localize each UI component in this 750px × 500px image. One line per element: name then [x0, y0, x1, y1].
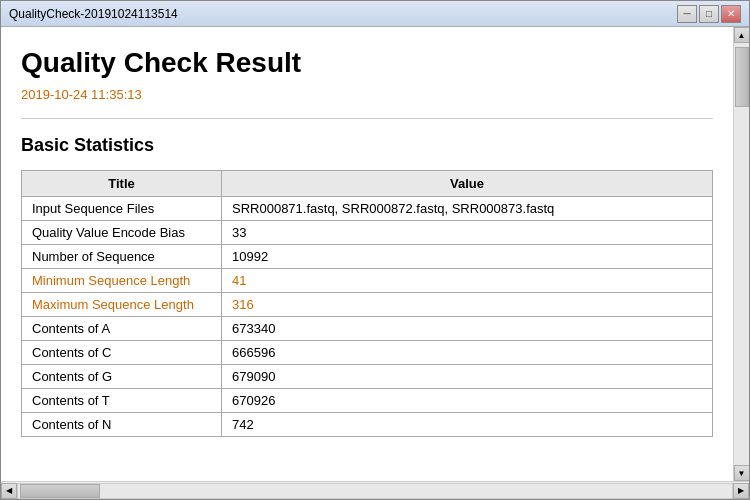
- col-header-value: Value: [222, 171, 713, 197]
- table-row: Maximum Sequence Length316: [22, 293, 713, 317]
- table-cell-value: 742: [222, 413, 713, 437]
- horizontal-scrollbar[interactable]: [17, 483, 733, 499]
- window-body: Quality Check Result 2019-10-24 11:35:13…: [1, 27, 749, 481]
- table-row: Minimum Sequence Length41: [22, 269, 713, 293]
- minimize-button[interactable]: ─: [677, 5, 697, 23]
- table-cell-value: SRR000871.fastq, SRR000872.fastq, SRR000…: [222, 197, 713, 221]
- table-cell-label: Input Sequence Files: [22, 197, 222, 221]
- maximize-button[interactable]: □: [699, 5, 719, 23]
- table-cell-value: 679090: [222, 365, 713, 389]
- table-cell-value: 673340: [222, 317, 713, 341]
- table-row: Contents of G679090: [22, 365, 713, 389]
- table-row: Input Sequence FilesSRR000871.fastq, SRR…: [22, 197, 713, 221]
- table-cell-value: 10992: [222, 245, 713, 269]
- timestamp: 2019-10-24 11:35:13: [21, 87, 713, 102]
- table-cell-label: Contents of C: [22, 341, 222, 365]
- scroll-up-button[interactable]: ▲: [734, 27, 750, 43]
- title-bar: QualityCheck-20191024113514 ─ □ ✕: [1, 1, 749, 27]
- table-cell-value: 33: [222, 221, 713, 245]
- table-row: Contents of T670926: [22, 389, 713, 413]
- table-cell-label: Contents of G: [22, 365, 222, 389]
- scroll-thumb[interactable]: [735, 47, 749, 107]
- bottom-area: ◀ ▶: [1, 481, 749, 499]
- table-row: Number of Sequence10992: [22, 245, 713, 269]
- col-header-title: Title: [22, 171, 222, 197]
- content-area[interactable]: Quality Check Result 2019-10-24 11:35:13…: [1, 27, 733, 481]
- table-cell-label: Contents of A: [22, 317, 222, 341]
- table-row: Contents of N742: [22, 413, 713, 437]
- table-row: Contents of A673340: [22, 317, 713, 341]
- table-row: Contents of C666596: [22, 341, 713, 365]
- scroll-track[interactable]: [734, 43, 749, 465]
- vertical-scrollbar[interactable]: ▲ ▼: [733, 27, 749, 481]
- table-cell-value: 316: [222, 293, 713, 317]
- stats-table: Title Value Input Sequence FilesSRR00087…: [21, 170, 713, 437]
- page-title: Quality Check Result: [21, 47, 713, 79]
- divider: [21, 118, 713, 119]
- h-scroll-thumb[interactable]: [20, 484, 100, 498]
- window-title: QualityCheck-20191024113514: [9, 7, 178, 21]
- main-window: QualityCheck-20191024113514 ─ □ ✕ Qualit…: [0, 0, 750, 500]
- table-cell-label: Contents of N: [22, 413, 222, 437]
- table-cell-label: Minimum Sequence Length: [22, 269, 222, 293]
- table-row: Quality Value Encode Bias33: [22, 221, 713, 245]
- scroll-left-button[interactable]: ◀: [1, 483, 17, 499]
- scroll-right-button[interactable]: ▶: [733, 483, 749, 499]
- scroll-down-button[interactable]: ▼: [734, 465, 750, 481]
- table-cell-value: 670926: [222, 389, 713, 413]
- close-button[interactable]: ✕: [721, 5, 741, 23]
- window-controls: ─ □ ✕: [677, 5, 741, 23]
- section-title: Basic Statistics: [21, 135, 713, 156]
- table-cell-label: Number of Sequence: [22, 245, 222, 269]
- table-cell-value: 666596: [222, 341, 713, 365]
- table-cell-label: Contents of T: [22, 389, 222, 413]
- table-cell-label: Maximum Sequence Length: [22, 293, 222, 317]
- table-cell-value: 41: [222, 269, 713, 293]
- table-cell-label: Quality Value Encode Bias: [22, 221, 222, 245]
